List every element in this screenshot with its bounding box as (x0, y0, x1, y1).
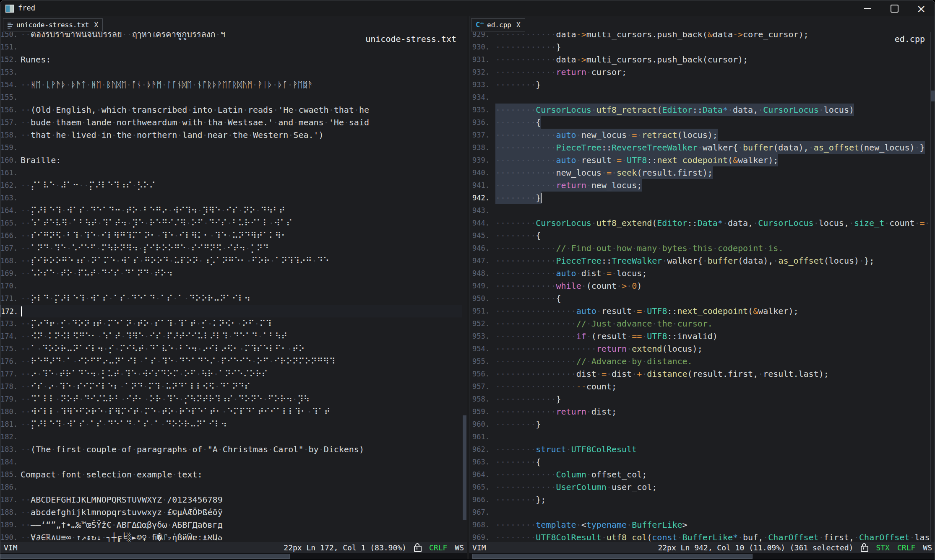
code-line[interactable]: 953.················if·(result·==·UTF8::… (469, 330, 935, 342)
code-line[interactable]: 934. (469, 91, 935, 104)
maximize-button[interactable] (882, 0, 907, 16)
code-line[interactable]: 948.············auto·dist·=·locus; (469, 267, 935, 280)
code-line[interactable]: 161. (0, 166, 467, 179)
code-line[interactable]: 969.········UTF8ColResult·utf8_col(const… (469, 531, 935, 542)
code-line[interactable]: 152.Runes: (0, 53, 467, 66)
right-vertical-scrollbar[interactable] (930, 32, 935, 542)
code-line[interactable]: 188.··abcdefghijklmnopqrstuvwxyz·£©µÀÆÖÞ… (0, 506, 467, 519)
code-line[interactable]: 168.··⡎⠊⠗⠕⠕⠛⠑⠰⠎·⠝⠁⠍⠑·⠺⠁⠎·⠛⠕⠕⠙·⠥⠏⠕⠝·⠰⡡⠁⠝⠛… (0, 254, 467, 267)
code-line[interactable]: 186. (0, 481, 467, 493)
code-line[interactable]: 935.········CursorLocus·utf8_retract(Edi… (469, 104, 935, 116)
code-line[interactable]: 181.··⡍⠜⠇⠑⠹·⠺⠁⠎·⠁⠎·⠙⠑⠁⠙·⠁⠎·⠁·⠙⠕⠕⠗⠤⠝⠁⠊⠇⠲ (0, 418, 467, 430)
code-line[interactable]: 179.··⠩⠁⠇⠇·⠝⠕⠞·⠙⠊⠌⠥⠗⠃·⠊⠞⠂·⠕⠗·⠹⠑·⡊⠳⠝⠞⠗⠹⠰⠎… (0, 393, 467, 405)
code-line[interactable]: 968.········template·<typename·BufferLik… (469, 519, 935, 531)
code-line[interactable]: 166.··⠎⠊⠛⠝⠫·⠃⠹·⠹⠑·⠊⠇⠻⠛⠹⠍⠁⠝⠂·⠹⠑·⠊⠇⠻⠅⠂·⠹⠑·… (0, 229, 467, 242)
code-line[interactable]: 172. (0, 305, 467, 317)
code-line[interactable]: 951.················auto·result·=·UTF8::… (469, 305, 935, 317)
code-line[interactable]: 940.············new_locus·=·seek(result.… (469, 166, 935, 179)
code-line[interactable]: 171.··⡕⠇⠙·⡍⠜⠇⠑⠹·⠺⠁⠎·⠁⠎·⠙⠑⠁⠙·⠁⠎·⠁·⠙⠕⠕⠗⠤⠝⠁… (0, 292, 467, 305)
tab-unicode-stress[interactable]: unicode-stress.txt X (3, 18, 103, 31)
code-line[interactable]: 959.············return·dist; (469, 405, 935, 418)
tab-close-icon[interactable]: X (516, 21, 521, 29)
code-line[interactable]: 160.Braille: (0, 154, 467, 166)
code-line[interactable]: 158.··that·he·lived·in·the·northern·land… (0, 129, 467, 141)
code-line[interactable]: 946.············//·Find·out·how·many·byt… (469, 242, 935, 254)
code-line[interactable]: 949.············while·(count·>·0) (469, 280, 935, 292)
code-line[interactable]: 189.··–—‘“”„†•…‰™œŠŸž€·ΑΒΓΔΩαβγδω·АБВГДа… (0, 519, 467, 531)
right-code-viewport[interactable]: 929.············data->multi_cursors.push… (469, 32, 935, 542)
code-line[interactable]: 190.··∀∂∈ℝ∧∪≡∞·↑↗↨↻⇣·┐┼╔╘░►☺♀·ﬁ�⑀₂ἠḂӥẄɐː… (0, 531, 467, 542)
code-line[interactable]: 162.··⡌⠁⠧⠑·⠼⠁⠒··⡍⠜⠇⠑⠹⠰⠎·⡣⠕⠌ (0, 179, 467, 192)
left-horizontal-scrollbar[interactable] (0, 553, 467, 560)
code-line[interactable]: 939.············auto·result·=·UTF8::next… (469, 154, 935, 166)
code-line[interactable]: 944.········CursorLocus·utf8_extend(Edit… (469, 217, 935, 229)
code-line[interactable]: 165.··⠱⠁⠞⠑⠧⠻·⠁⠃⠳⠞·⠹⠁⠞⠲·⡹⠑·⠗⠑⠛⠊⠌⠻·⠕⠋·⠙⠊⠎·… (0, 217, 467, 229)
close-button[interactable]: × (909, 0, 934, 16)
code-line[interactable]: 155. (0, 91, 467, 104)
code-line[interactable]: 175.··⠁·⠙⠕⠕⠗⠤⠝⠁⠊⠇⠲·⡊·⠍⠊⠣⠞·⠙⠁⠧⠑·⠃⠑⠲·⠔⠊⠇⠔⠫… (0, 342, 467, 355)
tab-close-icon[interactable]: X (94, 21, 98, 29)
code-line[interactable]: 174.··⠪⠝·⠅⠝⠪⠇⠫⠛⠑⠂·⠱⠁⠞·⠹⠻⠑·⠊⠎·⠏⠜⠞⠊⠊⠥⠇⠜⠇⠹·… (0, 330, 467, 342)
code-line[interactable]: 176.··⠗⠑⠛⠜⠙·⠁·⠊⠕⠋⠋⠔⠤⠝⠁⠊⠇·⠁⠎·⠹⠑·⠙⠑⠁⠙⠑⠌·⠏⠊… (0, 355, 467, 368)
title-bar[interactable]: fred × (0, 0, 935, 16)
code-line[interactable]: 178.··⠊⠎·⠔·⠹⠑·⠎⠊⠍⠊⠇⠑⠆·⠁⠝⠙·⠍⠹·⠥⠝⠙⠁⠇⠇⠪⠫·⠙⠁… (0, 380, 467, 393)
code-line[interactable]: 169.··⠡⠕⠎⠑·⠞⠕·⠏⠥⠞·⠙⠊⠎·⠙⠁⠝⠙·⠞⠕⠲ (0, 267, 467, 280)
code-line[interactable]: 956.················dist·=·dist·+·distan… (469, 368, 935, 380)
code-line[interactable]: 156.··(Old·English,·which·transcribed·in… (0, 104, 467, 116)
code-line[interactable]: 187.··ABCDEFGHIJKLMNOPQRSTUVWXYZ·/012345… (0, 493, 467, 506)
code-line[interactable]: 931.············data->multi_cursors.push… (469, 53, 935, 66)
code-line[interactable]: 938.············PieceTree::ReverseTreeWa… (469, 141, 935, 154)
code-line[interactable]: 962.········struct·UTF8ColResult (469, 443, 935, 456)
code-line[interactable]: 967. (469, 506, 935, 519)
code-line[interactable]: 180.··⠺⠊⠇⠇·⠹⠻⠑⠋⠕⠗⠑·⠏⠻⠍⠊⠞·⠍⠑·⠞⠕·⠗⠑⠏⠑⠁⠞⠂·⠑… (0, 405, 467, 418)
code-line[interactable]: 167.··⠁⠝⠙·⠹⠑·⠡⠊⠑⠋·⠍⠳⠗⠝⠻⠲·⡎⠊⠗⠕⠕⠛⠑·⠎⠊⠛⠝⠫·⠊… (0, 242, 467, 254)
code-line[interactable]: 943. (469, 204, 935, 217)
code-line[interactable]: 185.Compact·font·selection·example·text: (0, 468, 467, 481)
code-line[interactable]: 164.··⡍⠜⠇⠑⠹·⠺⠁⠎·⠙⠑⠁⠙⠒·⠞⠕·⠃⠑⠛⠔·⠺⠊⠹⠲·⡹⠻⠑·⠊… (0, 204, 467, 217)
code-line[interactable]: 163. (0, 192, 467, 204)
code-line[interactable]: 958.············} (469, 393, 935, 405)
code-line[interactable]: 170. (0, 280, 467, 292)
code-line[interactable]: 933.········} (469, 78, 935, 91)
left-vscroll-thumb[interactable] (463, 415, 466, 520)
code-line[interactable]: 942.········} (469, 192, 935, 204)
code-line[interactable]: 960.········} (469, 418, 935, 430)
right-horizontal-scrollbar[interactable] (469, 553, 935, 560)
code-line[interactable]: 153. (0, 66, 467, 78)
right-vscroll-thumb[interactable] (931, 91, 935, 101)
code-line[interactable]: 932.············return·cursor; (469, 66, 935, 78)
code-line[interactable]: 963.········{ (469, 456, 935, 468)
code-line[interactable]: 945.········{ (469, 229, 935, 242)
code-line[interactable]: 177.··⠔·⠹⠑·⠞⠗⠁⠙⠑⠲·⡃⠥⠞·⠹⠑·⠺⠊⠎⠙⠕⠍·⠕⠋·⠳⠗·⠁⠝… (0, 368, 467, 380)
code-line[interactable]: 936.········{ (469, 116, 935, 129)
left-hscroll-thumb[interactable] (0, 554, 290, 559)
code-line[interactable]: 937.············auto·new_locus·=·retract… (469, 129, 935, 141)
tab-ed-cpp[interactable]: C++ ed.cpp X (471, 18, 525, 31)
code-line[interactable]: 941.············return·new_locus; (469, 179, 935, 192)
code-line[interactable]: 965.············UserColumn·user_col; (469, 481, 935, 493)
code-line[interactable]: 952.················//·Just·advance·the·… (469, 317, 935, 330)
code-line[interactable]: 961. (469, 430, 935, 443)
editor-pane-code[interactable]: C++ ed.cpp X ed.cpp 929.············data… (469, 16, 935, 542)
code-line[interactable]: 950.············{ (469, 292, 935, 305)
code-line[interactable]: 954.····················return·extend(lo… (469, 342, 935, 355)
code-line[interactable]: 930.············} (469, 41, 935, 53)
right-hscroll-thumb[interactable] (472, 554, 753, 559)
code-line[interactable]: 929.············data->multi_cursors.push… (469, 32, 935, 41)
code-line[interactable]: 159. (0, 141, 467, 154)
code-line[interactable]: 154.··ᚻᛖ·ᚳᚹᚫᚦ·ᚦᚫᛏ·ᚻᛖ·ᛒᚢᛞᛖ·ᚩᚾ·ᚦᚫᛗ·ᛚᚪᚾᛞᛖ·ᚾ… (0, 78, 467, 91)
minimize-button[interactable] (855, 0, 880, 16)
code-line[interactable]: 947.············PieceTree::TreeWalker·wa… (469, 254, 935, 267)
editor-pane-text[interactable]: unicode-stress.txt X unicode-stress.txt … (0, 16, 467, 542)
code-line[interactable]: 182. (0, 430, 467, 443)
code-line[interactable]: 964.············Column·offset_col; (469, 468, 935, 481)
code-line[interactable]: 957.················--count; (469, 380, 935, 393)
code-line[interactable]: 184. (0, 456, 467, 468)
code-line[interactable]: 955.················//·Advance·by·distan… (469, 355, 935, 368)
code-line[interactable]: 173.··⡍⠔⠙⠖·⡊·⠙⠕⠝⠰⠞·⠍⠑⠁⠝·⠞⠕·⠎⠁⠹·⠹⠁⠞·⡊·⠅⠝⠪… (0, 317, 467, 330)
left-code-viewport[interactable]: 150.··ต้องรบราฆ่าฟันจนบรรลัย··ฤๅหาใครค้ำ… (0, 32, 467, 542)
code-line[interactable]: 966.········}; (469, 493, 935, 506)
code-line[interactable]: 157.··bude·thaem·lande·northweardum·with… (0, 116, 467, 129)
left-vertical-scrollbar[interactable] (462, 32, 467, 542)
code-line[interactable]: 183.··(The·first·couple·of·paragraphs·of… (0, 443, 467, 456)
